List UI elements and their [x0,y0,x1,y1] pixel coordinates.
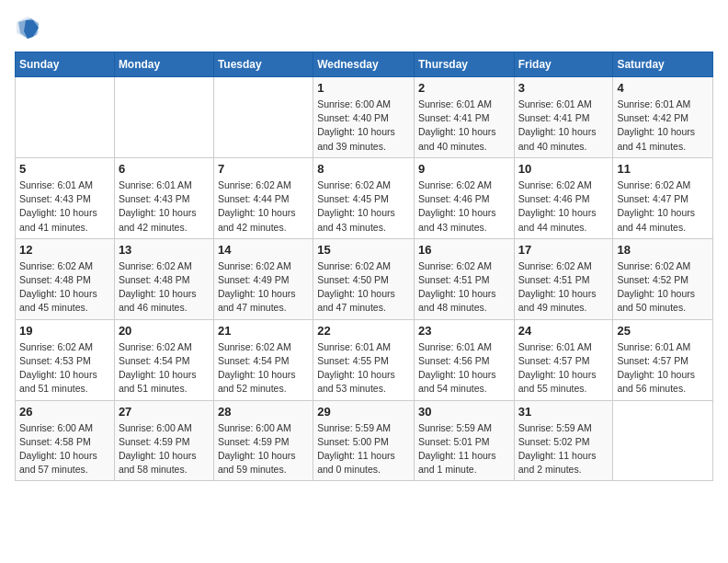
calendar-week-row: 1Sunrise: 6:00 AM Sunset: 4:40 PM Daylig… [16,77,713,158]
calendar-cell: 22Sunrise: 6:01 AM Sunset: 4:55 PM Dayli… [313,319,415,400]
day-info: Sunrise: 6:00 AM Sunset: 4:40 PM Dayligh… [317,98,410,154]
day-info: Sunrise: 6:01 AM Sunset: 4:56 PM Dayligh… [418,340,510,396]
day-number: 16 [418,243,510,257]
day-info: Sunrise: 6:01 AM Sunset: 4:55 PM Dayligh… [317,340,410,396]
day-info: Sunrise: 5:59 AM Sunset: 5:00 PM Dayligh… [317,421,410,477]
calendar-week-row: 12Sunrise: 6:02 AM Sunset: 4:48 PM Dayli… [16,238,713,319]
calendar-cell: 28Sunrise: 6:00 AM Sunset: 4:59 PM Dayli… [213,400,313,481]
day-number: 19 [19,324,110,338]
day-header-saturday: Saturday [613,52,713,77]
calendar-cell [16,77,115,158]
day-info: Sunrise: 6:01 AM Sunset: 4:57 PM Dayligh… [518,340,609,396]
calendar-cell: 2Sunrise: 6:01 AM Sunset: 4:41 PM Daylig… [414,77,514,158]
day-info: Sunrise: 6:00 AM Sunset: 4:59 PM Dayligh… [119,421,210,477]
calendar-cell: 31Sunrise: 5:59 AM Sunset: 5:02 PM Dayli… [514,400,613,481]
day-number: 7 [218,162,309,176]
day-number: 26 [19,405,110,419]
day-header-monday: Monday [114,52,213,77]
calendar-cell: 21Sunrise: 6:02 AM Sunset: 4:54 PM Dayli… [213,319,313,400]
calendar-cell: 14Sunrise: 6:02 AM Sunset: 4:49 PM Dayli… [213,238,313,319]
day-info: Sunrise: 6:02 AM Sunset: 4:46 PM Dayligh… [518,178,609,235]
day-info: Sunrise: 6:00 AM Sunset: 4:58 PM Dayligh… [19,421,110,477]
day-number: 29 [317,405,410,419]
day-number: 25 [617,324,709,338]
day-number: 3 [518,81,609,95]
day-number: 6 [119,162,210,176]
calendar-cell: 23Sunrise: 6:01 AM Sunset: 4:56 PM Dayli… [414,319,514,400]
day-header-friday: Friday [514,52,613,77]
page-header [15,15,713,40]
day-number: 21 [218,324,309,338]
day-info: Sunrise: 5:59 AM Sunset: 5:02 PM Dayligh… [518,421,609,477]
day-number: 30 [418,405,510,419]
day-number: 5 [19,162,110,176]
calendar-cell: 8Sunrise: 6:02 AM Sunset: 4:45 PM Daylig… [313,157,415,238]
day-number: 17 [518,243,609,257]
logo-icon [15,15,40,40]
calendar-cell: 15Sunrise: 6:02 AM Sunset: 4:50 PM Dayli… [313,238,415,319]
calendar-cell: 19Sunrise: 6:02 AM Sunset: 4:53 PM Dayli… [16,319,115,400]
day-info: Sunrise: 6:02 AM Sunset: 4:53 PM Dayligh… [19,340,110,396]
calendar-week-row: 19Sunrise: 6:02 AM Sunset: 4:53 PM Dayli… [16,319,713,400]
day-number: 2 [418,81,510,95]
day-info: Sunrise: 6:01 AM Sunset: 4:41 PM Dayligh… [418,98,510,154]
day-number: 31 [518,405,609,419]
day-info: Sunrise: 6:02 AM Sunset: 4:52 PM Dayligh… [617,259,709,316]
calendar-cell: 9Sunrise: 6:02 AM Sunset: 4:46 PM Daylig… [414,157,514,238]
day-number: 11 [617,162,709,176]
day-info: Sunrise: 5:59 AM Sunset: 5:01 PM Dayligh… [418,421,510,477]
day-info: Sunrise: 6:02 AM Sunset: 4:47 PM Dayligh… [617,178,709,235]
day-info: Sunrise: 6:02 AM Sunset: 4:49 PM Dayligh… [218,259,309,316]
calendar-cell: 16Sunrise: 6:02 AM Sunset: 4:51 PM Dayli… [414,238,514,319]
day-info: Sunrise: 6:02 AM Sunset: 4:48 PM Dayligh… [119,259,210,316]
calendar-cell: 25Sunrise: 6:01 AM Sunset: 4:57 PM Dayli… [613,319,713,400]
day-info: Sunrise: 6:02 AM Sunset: 4:45 PM Dayligh… [317,178,410,235]
day-header-thursday: Thursday [414,52,514,77]
calendar-cell: 30Sunrise: 5:59 AM Sunset: 5:01 PM Dayli… [414,400,514,481]
logo [15,15,44,40]
calendar-cell: 4Sunrise: 6:01 AM Sunset: 4:42 PM Daylig… [613,77,713,158]
calendar-cell [114,77,213,158]
day-info: Sunrise: 6:02 AM Sunset: 4:46 PM Dayligh… [418,178,510,235]
calendar-cell: 3Sunrise: 6:01 AM Sunset: 4:41 PM Daylig… [514,77,613,158]
day-number: 9 [418,162,510,176]
day-number: 20 [119,324,210,338]
calendar-week-row: 5Sunrise: 6:01 AM Sunset: 4:43 PM Daylig… [16,157,713,238]
calendar-cell [613,400,713,481]
day-info: Sunrise: 6:00 AM Sunset: 4:59 PM Dayligh… [218,421,309,477]
calendar-cell: 10Sunrise: 6:02 AM Sunset: 4:46 PM Dayli… [514,157,613,238]
calendar-cell: 29Sunrise: 5:59 AM Sunset: 5:00 PM Dayli… [313,400,415,481]
day-number: 28 [218,405,309,419]
day-header-sunday: Sunday [16,52,115,77]
day-info: Sunrise: 6:02 AM Sunset: 4:54 PM Dayligh… [218,340,309,396]
day-number: 27 [119,405,210,419]
calendar-cell: 18Sunrise: 6:02 AM Sunset: 4:52 PM Dayli… [613,238,713,319]
calendar-cell: 6Sunrise: 6:01 AM Sunset: 4:43 PM Daylig… [114,157,213,238]
calendar-cell: 13Sunrise: 6:02 AM Sunset: 4:48 PM Dayli… [114,238,213,319]
day-number: 1 [317,81,410,95]
day-info: Sunrise: 6:01 AM Sunset: 4:41 PM Dayligh… [518,98,609,154]
day-number: 10 [518,162,609,176]
day-number: 23 [418,324,510,338]
day-info: Sunrise: 6:01 AM Sunset: 4:57 PM Dayligh… [617,340,709,396]
calendar-cell: 20Sunrise: 6:02 AM Sunset: 4:54 PM Dayli… [114,319,213,400]
day-info: Sunrise: 6:02 AM Sunset: 4:51 PM Dayligh… [418,259,510,316]
calendar-cell: 7Sunrise: 6:02 AM Sunset: 4:44 PM Daylig… [213,157,313,238]
day-info: Sunrise: 6:02 AM Sunset: 4:48 PM Dayligh… [19,259,110,316]
day-number: 8 [317,162,410,176]
day-number: 4 [617,81,709,95]
day-number: 22 [317,324,410,338]
day-number: 18 [617,243,709,257]
calendar-cell: 12Sunrise: 6:02 AM Sunset: 4:48 PM Dayli… [16,238,115,319]
calendar-cell: 11Sunrise: 6:02 AM Sunset: 4:47 PM Dayli… [613,157,713,238]
day-number: 14 [218,243,309,257]
calendar-table: SundayMondayTuesdayWednesdayThursdayFrid… [15,52,713,481]
day-number: 12 [19,243,110,257]
day-info: Sunrise: 6:01 AM Sunset: 4:43 PM Dayligh… [19,178,110,235]
day-info: Sunrise: 6:02 AM Sunset: 4:50 PM Dayligh… [317,259,410,316]
day-number: 24 [518,324,609,338]
day-header-tuesday: Tuesday [213,52,313,77]
day-info: Sunrise: 6:01 AM Sunset: 4:43 PM Dayligh… [119,178,210,235]
day-info: Sunrise: 6:02 AM Sunset: 4:54 PM Dayligh… [119,340,210,396]
calendar-week-row: 26Sunrise: 6:00 AM Sunset: 4:58 PM Dayli… [16,400,713,481]
